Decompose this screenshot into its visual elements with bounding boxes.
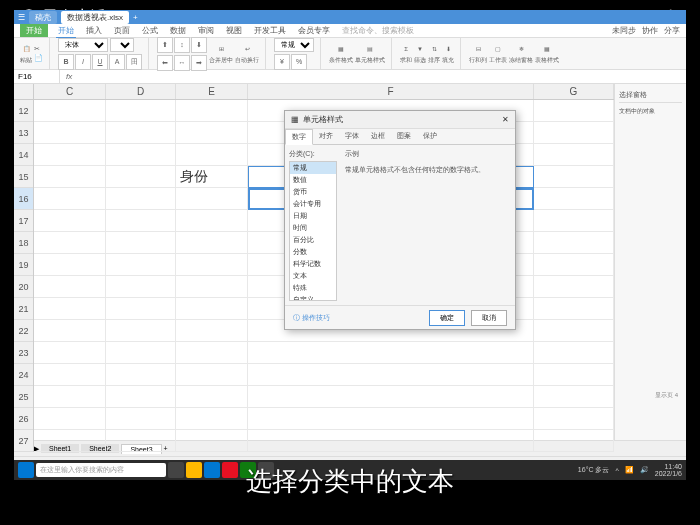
name-box[interactable]: F16	[14, 70, 60, 83]
cell-e15[interactable]: 身份	[176, 166, 248, 188]
ribbon-tab-home[interactable]: 开始	[56, 24, 76, 38]
currency-icon[interactable]: ¥	[274, 54, 290, 70]
copy-icon[interactable]: 📄	[34, 54, 43, 62]
ribbon-tab-view[interactable]: 视图	[224, 24, 244, 37]
col-header-c[interactable]: C	[34, 84, 106, 99]
category-special[interactable]: 特殊	[290, 282, 336, 294]
ribbon-tab-dev[interactable]: 开发工具	[252, 24, 288, 37]
category-accounting[interactable]: 会计专用	[290, 198, 336, 210]
col-header-e[interactable]: E	[176, 84, 248, 99]
dialog-tab-number[interactable]: 数字	[285, 129, 313, 145]
app-tab-add[interactable]: +	[133, 13, 138, 22]
row-header[interactable]: 22	[14, 320, 33, 342]
column-headers: C D E F G	[34, 84, 614, 100]
worksheet-button[interactable]: ▢工作表	[489, 43, 507, 65]
table-style-button[interactable]: ▦表格样式	[535, 43, 559, 65]
ribbon-tab-vip[interactable]: 会员专享	[296, 24, 332, 37]
category-date[interactable]: 日期	[290, 210, 336, 222]
ribbon-tab-insert[interactable]: 插入	[84, 24, 104, 37]
paste-button[interactable]: 📋粘贴	[20, 43, 32, 65]
dialog-tab-align[interactable]: 对齐	[313, 129, 339, 144]
row-header[interactable]: 13	[14, 122, 33, 144]
col-header-g[interactable]: G	[534, 84, 614, 99]
cut-icon[interactable]: ✂	[34, 45, 43, 53]
cancel-button[interactable]: 取消	[471, 310, 507, 326]
align-center-icon[interactable]: ↔	[174, 55, 190, 71]
ribbon-tab-file[interactable]: 开始	[20, 24, 48, 37]
category-time[interactable]: 时间	[290, 222, 336, 234]
row-header[interactable]: 15	[14, 166, 33, 188]
row-header[interactable]: 24	[14, 364, 33, 386]
sum-button[interactable]: Σ求和	[400, 43, 412, 65]
row-header[interactable]: 12	[14, 100, 33, 122]
ribbon-tab-review[interactable]: 审阅	[196, 24, 216, 37]
row-header[interactable]: 19	[14, 254, 33, 276]
dialog-tips-link[interactable]: ⓘ 操作技巧	[293, 313, 330, 323]
category-general[interactable]: 常规	[290, 162, 336, 174]
ribbon-tab-layout[interactable]: 页面	[112, 24, 132, 37]
filter-button[interactable]: ▼筛选	[414, 43, 426, 65]
merge-button[interactable]: ⊞合并居中	[209, 43, 233, 65]
percent-icon[interactable]: %	[291, 54, 307, 70]
app-tab-template[interactable]: 稿壳	[29, 11, 57, 24]
row-header[interactable]: 23	[14, 342, 33, 364]
category-scientific[interactable]: 科学记数	[290, 258, 336, 270]
coop-button[interactable]: 协作	[642, 25, 658, 36]
fill-button[interactable]: ⬇填充	[442, 43, 454, 65]
category-number[interactable]: 数值	[290, 174, 336, 186]
category-text[interactable]: 文本	[290, 270, 336, 282]
align-right-icon[interactable]: ➡	[191, 55, 207, 71]
align-bot-icon[interactable]: ⬇	[191, 37, 207, 53]
row-header[interactable]: 26	[14, 408, 33, 430]
col-header-d[interactable]: D	[106, 84, 176, 99]
row-header[interactable]: 17	[14, 210, 33, 232]
dialog-tab-fill[interactable]: 图案	[391, 129, 417, 144]
dialog-tab-protect[interactable]: 保护	[417, 129, 443, 144]
row-header[interactable]: 14	[14, 144, 33, 166]
category-currency[interactable]: 货币	[290, 186, 336, 198]
fx-label[interactable]: fx	[60, 72, 78, 81]
app-menu-icon[interactable]: ☰	[18, 13, 25, 22]
ribbon-tab-data[interactable]: 数据	[168, 24, 188, 37]
category-percent[interactable]: 百分比	[290, 234, 336, 246]
category-fraction[interactable]: 分数	[290, 246, 336, 258]
app-tab-file[interactable]: 数据透视表.xlsx	[61, 11, 129, 24]
row-header[interactable]: 18	[14, 232, 33, 254]
row-header[interactable]: 20	[14, 276, 33, 298]
close-icon[interactable]: ✕	[502, 115, 509, 124]
rowcol-button[interactable]: ⊟行和列	[469, 43, 487, 65]
ribbon-tab-formula[interactable]: 公式	[140, 24, 160, 37]
sync-status[interactable]: 未同步	[612, 25, 636, 36]
dialog-tab-border[interactable]: 边框	[365, 129, 391, 144]
category-custom[interactable]: 自定义	[290, 294, 336, 301]
align-mid-icon[interactable]: ↕	[174, 37, 190, 53]
ribbon-search[interactable]: 查找命令、搜索模板	[340, 24, 416, 37]
cond-format-button[interactable]: ▦条件格式	[329, 43, 353, 65]
dialog-tab-font[interactable]: 字体	[339, 129, 365, 144]
select-all-corner[interactable]	[14, 84, 34, 100]
align-left-icon[interactable]: ⬅	[157, 55, 173, 71]
italic-button[interactable]: I	[75, 54, 91, 70]
category-list[interactable]: 常规 数值 货币 会计专用 日期 时间 百分比 分数 科学记数 文本 特殊 自定…	[289, 161, 337, 301]
fill-color-button[interactable]: A	[109, 54, 125, 70]
dialog-titlebar[interactable]: ▦ 单元格样式 ✕	[285, 111, 515, 129]
number-format-select[interactable]: 常规	[274, 38, 314, 52]
cell-style-button[interactable]: ▤单元格样式	[355, 43, 385, 65]
border-button[interactable]: 田	[126, 54, 142, 70]
underline-button[interactable]: U	[92, 54, 108, 70]
font-size-select[interactable]: 11	[110, 38, 134, 52]
font-select[interactable]: 宋体	[58, 38, 108, 52]
share-button[interactable]: 分享	[664, 25, 680, 36]
wrap-button[interactable]: ↩自动换行	[235, 43, 259, 65]
sort-button[interactable]: ⇅排序	[428, 43, 440, 65]
col-header-f[interactable]: F	[248, 84, 534, 99]
ok-button[interactable]: 确定	[429, 310, 465, 326]
align-top-icon[interactable]: ⬆	[157, 37, 173, 53]
bold-button[interactable]: B	[58, 54, 74, 70]
row-headers: 12 13 14 15 16 17 18 19 20 21 22 23 24 2…	[14, 100, 34, 452]
freeze-button[interactable]: ❄冻结窗格	[509, 43, 533, 65]
row-header[interactable]: 21	[14, 298, 33, 320]
row-header[interactable]: 25	[14, 386, 33, 408]
row-header[interactable]: 16	[14, 188, 33, 210]
row-header[interactable]: 27	[14, 430, 33, 452]
